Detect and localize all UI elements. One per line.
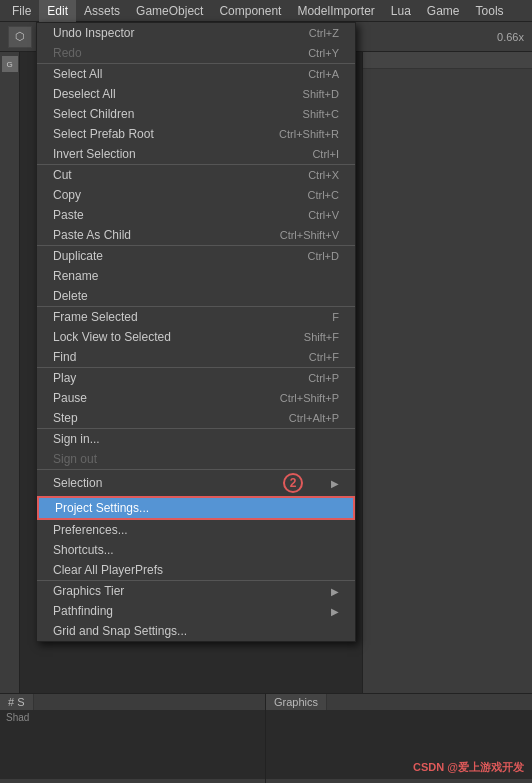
menu-item-redo: RedoCtrl+Y — [37, 43, 355, 63]
shortcut-select-prefab-root: Ctrl+Shift+R — [279, 128, 339, 140]
arrow-icon-pathfinding: ▶ — [331, 606, 339, 617]
menu-item-find[interactable]: FindCtrl+F — [37, 347, 355, 367]
menu-item-label-select-prefab-root: Select Prefab Root — [53, 127, 259, 141]
menu-item-label-select-children: Select Children — [53, 107, 283, 121]
menu-item-label-cut: Cut — [53, 168, 288, 182]
menu-item-deselect-all[interactable]: Deselect AllShift+D — [37, 84, 355, 104]
menu-item-label-project-settings: Project Settings... — [55, 501, 337, 515]
menu-item-pathfinding[interactable]: Pathfinding▶ — [37, 601, 355, 621]
menu-item-sign-in[interactable]: Sign in... — [37, 428, 355, 449]
menu-item-rename[interactable]: Rename — [37, 266, 355, 286]
menu-item-edit[interactable]: Edit — [39, 0, 76, 22]
menu-item-file[interactable]: File — [4, 0, 39, 22]
shortcut-frame-selected: F — [332, 311, 339, 323]
menu-item-label-redo: Redo — [53, 46, 288, 60]
menu-item-undo-inspector[interactable]: Undo InspectorCtrl+Z — [37, 23, 355, 43]
edit-dropdown-menu: Undo InspectorCtrl+ZRedoCtrl+YSelect All… — [36, 22, 356, 642]
toolbar-move-btn[interactable]: ⬡ — [8, 26, 32, 48]
menu-item-cut[interactable]: CutCtrl+X — [37, 164, 355, 185]
menu-item-label-deselect-all: Deselect All — [53, 87, 283, 101]
right-panel-tab — [363, 52, 532, 69]
menu-item-component[interactable]: Component — [211, 0, 289, 22]
menu-item-project-settings[interactable]: Project Settings... — [37, 496, 355, 520]
shortcut-select-children: Shift+C — [303, 108, 339, 120]
menu-item-label-grid-and-snap-settings: Grid and Snap Settings... — [53, 624, 339, 638]
menu-item-label-preferences: Preferences... — [53, 523, 339, 537]
menu-item-label-clear-all-playerprefs: Clear All PlayerPrefs — [53, 563, 339, 577]
menu-item-label-undo-inspector: Undo Inspector — [53, 26, 289, 40]
shortcut-find: Ctrl+F — [309, 351, 339, 363]
menu-item-label-find: Find — [53, 350, 289, 364]
menu-item-lua[interactable]: Lua — [383, 0, 419, 22]
menu-item-label-duplicate: Duplicate — [53, 249, 288, 263]
menu-item-modelimporter[interactable]: ModelImporter — [289, 0, 382, 22]
menu-item-label-frame-selected: Frame Selected — [53, 310, 312, 324]
panel-tab-left-label: # S — [8, 696, 25, 708]
zoom-label: 0.66x — [497, 31, 524, 43]
menu-item-play[interactable]: PlayCtrl+P — [37, 367, 355, 388]
menu-item-sign-out: Sign out — [37, 449, 355, 469]
menu-item-graphics-tier[interactable]: Graphics Tier▶ — [37, 580, 355, 601]
panel-tab-right[interactable]: Graphics — [266, 694, 327, 710]
menu-item-copy[interactable]: CopyCtrl+C — [37, 185, 355, 205]
panel-tab-left[interactable]: # S — [0, 694, 34, 710]
menu-item-pause[interactable]: PauseCtrl+Shift+P — [37, 388, 355, 408]
menu-item-label-step: Step — [53, 411, 269, 425]
bottom-panel-left: # S Shad — [0, 694, 266, 783]
menu-item-label-paste-as-child: Paste As Child — [53, 228, 260, 242]
arrow-icon-graphics-tier: ▶ — [331, 586, 339, 597]
shortcut-step: Ctrl+Alt+P — [289, 412, 339, 424]
menu-item-label-paste: Paste — [53, 208, 288, 222]
shortcut-undo-inspector: Ctrl+Z — [309, 27, 339, 39]
shortcut-duplicate: Ctrl+D — [308, 250, 339, 262]
arrow-icon-selection: ▶ — [331, 478, 339, 489]
menu-item-label-delete: Delete — [53, 289, 339, 303]
menu-item-label-play: Play — [53, 371, 288, 385]
menu-item-label-select-all: Select All — [53, 67, 288, 81]
menu-item-paste-as-child[interactable]: Paste As ChildCtrl+Shift+V — [37, 225, 355, 245]
menu-item-invert-selection[interactable]: Invert SelectionCtrl+I — [37, 144, 355, 164]
menu-item-preferences[interactable]: Preferences... — [37, 520, 355, 540]
menu-item-step[interactable]: StepCtrl+Alt+P — [37, 408, 355, 428]
panel-content-left: Shad — [0, 710, 265, 779]
menu-item-label-invert-selection: Invert Selection — [53, 147, 292, 161]
menu-item-label-pathfinding: Pathfinding — [53, 604, 321, 618]
menu-item-select-all[interactable]: Select AllCtrl+A — [37, 63, 355, 84]
menu-item-shortcuts[interactable]: Shortcuts... — [37, 540, 355, 560]
watermark: CSDN @爱上游戏开发 — [413, 760, 524, 775]
shortcut-lock-view-to-selected: Shift+F — [304, 331, 339, 343]
menu-item-label-lock-view-to-selected: Lock View to Selected — [53, 330, 284, 344]
menu-item-label-copy: Copy — [53, 188, 288, 202]
menu-item-paste[interactable]: PasteCtrl+V — [37, 205, 355, 225]
left-sidebar: G — [0, 52, 20, 693]
menu-item-select-prefab-root[interactable]: Select Prefab RootCtrl+Shift+R — [37, 124, 355, 144]
menu-item-label-sign-in: Sign in... — [53, 432, 339, 446]
right-panels — [362, 52, 532, 693]
shortcut-invert-selection: Ctrl+I — [312, 148, 339, 160]
menu-item-label-shortcuts: Shortcuts... — [53, 543, 339, 557]
shortcut-select-all: Ctrl+A — [308, 68, 339, 80]
shortcut-deselect-all: Shift+D — [303, 88, 339, 100]
menu-item-label-rename: Rename — [53, 269, 339, 283]
shortcut-cut: Ctrl+X — [308, 169, 339, 181]
shortcut-pause: Ctrl+Shift+P — [280, 392, 339, 404]
menu-item-clear-all-playerprefs[interactable]: Clear All PlayerPrefs — [37, 560, 355, 580]
menu-item-tools[interactable]: Tools — [468, 0, 512, 22]
hash-label: Shad — [0, 710, 265, 725]
menu-item-selection[interactable]: Selection2▶ — [37, 469, 355, 496]
menu-item-assets[interactable]: Assets — [76, 0, 128, 22]
menu-item-game[interactable]: Game — [419, 0, 468, 22]
menu-item-grid-and-snap-settings[interactable]: Grid and Snap Settings... — [37, 621, 355, 641]
shortcut-play: Ctrl+P — [308, 372, 339, 384]
panel-tab-right-label: Graphics — [274, 696, 318, 708]
menu-item-frame-selected[interactable]: Frame SelectedF — [37, 306, 355, 327]
menu-item-delete[interactable]: Delete — [37, 286, 355, 306]
shortcut-copy: Ctrl+C — [308, 189, 339, 201]
menu-item-gameobject[interactable]: GameObject — [128, 0, 211, 22]
menu-item-duplicate[interactable]: DuplicateCtrl+D — [37, 245, 355, 266]
sidebar-icon-1: G — [2, 56, 18, 72]
menu-item-label-graphics-tier: Graphics Tier — [53, 584, 321, 598]
menu-item-select-children[interactable]: Select ChildrenShift+C — [37, 104, 355, 124]
menu-item-label-sign-out: Sign out — [53, 452, 339, 466]
menu-item-lock-view-to-selected[interactable]: Lock View to SelectedShift+F — [37, 327, 355, 347]
